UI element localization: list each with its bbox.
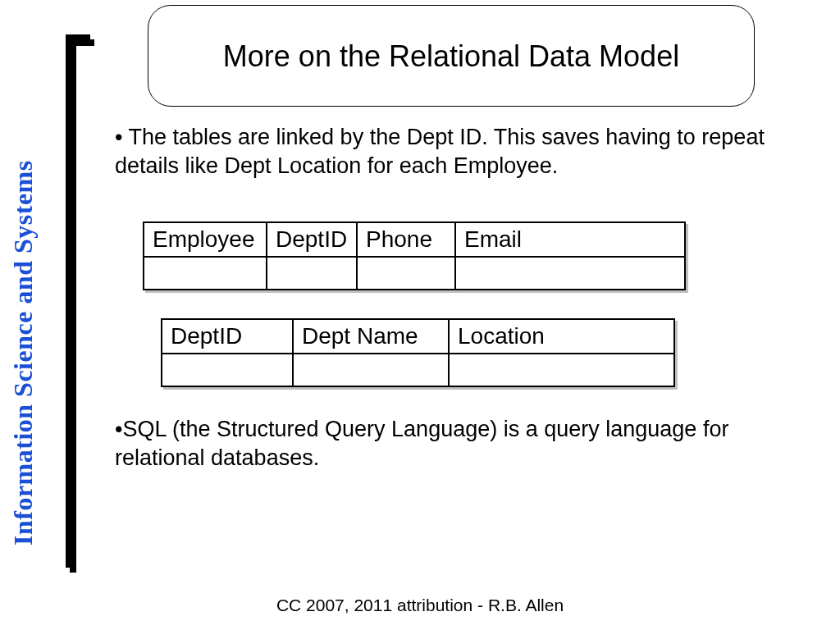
table-row [162,354,674,386]
table-row: Employee DeptID Phone Email [144,222,685,257]
slide-title-box: More on the Relational Data Model [148,5,755,107]
table-row: DeptID Dept Name Location [162,319,674,354]
table-row [144,257,685,290]
dept-table-wrap: DeptID Dept Name Location [161,318,771,387]
col-header: DeptID [162,319,293,354]
table-cell [144,257,267,290]
col-header: Dept Name [293,319,449,354]
table-cell [162,354,293,386]
table-cell [293,354,449,386]
dept-table: DeptID Dept Name Location [161,318,675,387]
employee-table: Employee DeptID Phone Email [143,221,686,290]
table-cell [449,354,674,386]
col-header: DeptID [267,222,357,257]
table-cell [455,257,685,290]
slide-body: • The tables are linked by the Dept ID. … [115,123,771,472]
col-header: Employee [144,222,267,257]
footer-attribution: CC 2007, 2011 attribution - R.B. Allen [0,596,840,615]
bullet-text-2: •SQL (the Structured Query Language) is … [115,415,771,472]
employee-table-wrap: Employee DeptID Phone Email [143,221,771,290]
col-header: Email [455,222,685,257]
col-header: Location [449,319,674,354]
table-cell [357,257,455,290]
slide-title: More on the Relational Data Model [223,38,679,75]
bullet-text-1: • The tables are linked by the Dept ID. … [115,123,771,180]
decorative-bracket [66,34,90,568]
col-header: Phone [357,222,455,257]
sidebar-vertical-text: Information Science and Systems [8,160,39,546]
table-cell [267,257,357,290]
